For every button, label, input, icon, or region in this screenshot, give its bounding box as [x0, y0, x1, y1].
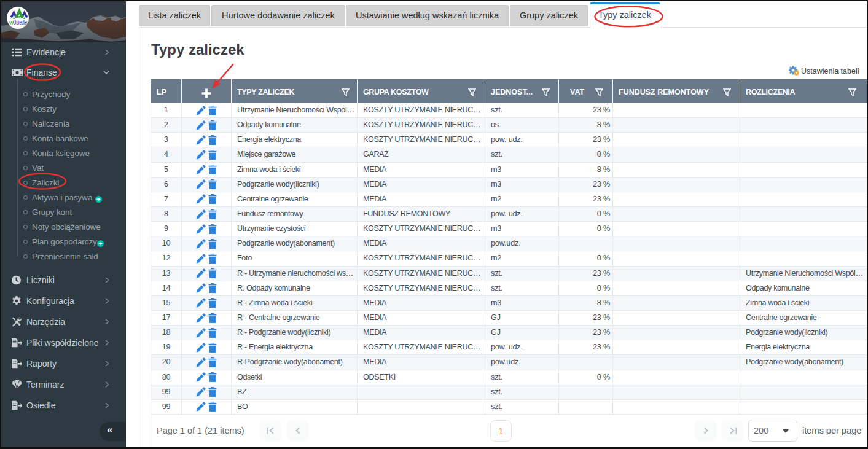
svg-text:Osiedle: Osiedle — [13, 19, 27, 26]
